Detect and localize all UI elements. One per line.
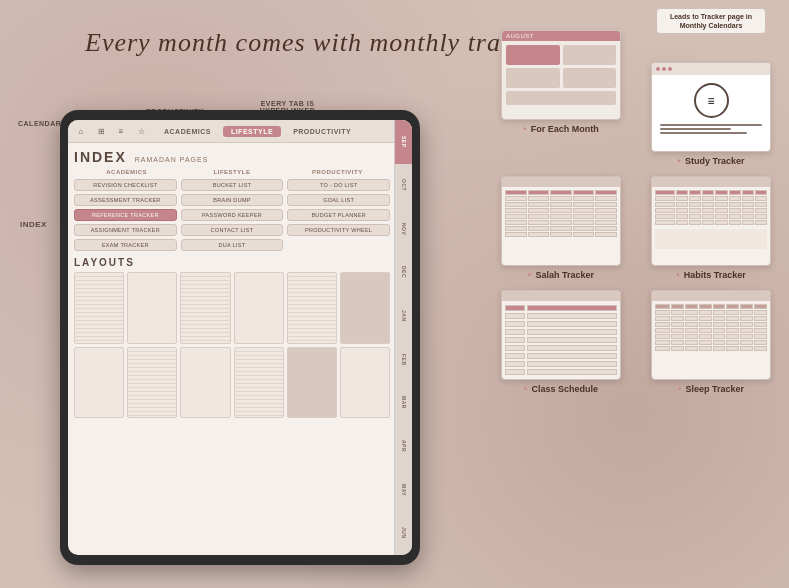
sl-cell (754, 304, 767, 309)
h-cell-hdr (715, 190, 727, 195)
sched-cell (527, 313, 617, 319)
list-item[interactable]: DUA LIST (181, 239, 284, 251)
sl-cell (671, 304, 684, 309)
tracker-cell (528, 196, 550, 201)
sched-cell (505, 353, 525, 359)
star-icon[interactable]: ☆ (134, 124, 148, 138)
large-empty-area (655, 229, 767, 249)
sl-cell (671, 334, 684, 339)
thumb-label-salah-tracker: • Salah Tracker (528, 270, 594, 280)
sl-cell (685, 316, 698, 321)
menu-icon[interactable]: ≡ (114, 124, 128, 138)
list-item[interactable]: PRODUCTIVITY WHEEL (287, 224, 390, 236)
month-tab-oct[interactable]: OCT (394, 164, 412, 208)
month-tab-jan[interactable]: JAN (394, 294, 412, 338)
list-item[interactable]: BRAIN DUMP (181, 194, 284, 206)
h-cell (715, 196, 727, 201)
h-cell (755, 220, 767, 225)
h-cell (742, 202, 754, 207)
habits-grid-container (652, 187, 770, 252)
h-cell (655, 196, 675, 201)
tracker-cell (595, 208, 617, 213)
month-tab-sep[interactable]: SEP (394, 120, 412, 164)
sl-cell (671, 310, 684, 315)
list-item[interactable]: EXAM TRACKER (74, 239, 177, 251)
tracker-cell (528, 208, 550, 213)
table-row (655, 310, 767, 315)
h-cell (689, 208, 701, 213)
tracker-cell (528, 232, 550, 237)
h-cell (702, 196, 714, 201)
sl-cell (754, 328, 767, 333)
h-cell (742, 214, 754, 219)
list-item[interactable]: BUCKET LIST (181, 179, 284, 191)
tracker-cell (550, 190, 572, 195)
sl-cell (671, 328, 684, 333)
browser-bar (652, 63, 770, 75)
sl-cell (655, 334, 670, 339)
table-row (655, 208, 767, 213)
productivity-col: TO - DO LIST GOAL LIST BUDGET PLANNER PR… (287, 179, 390, 251)
tablet-screen: ⌂ ⊞ ≡ ☆ ACADEMICS LIFESTYLE PRODUCTIVITY… (68, 120, 412, 555)
h-cell (729, 196, 741, 201)
month-tab-nov[interactable]: NOV (394, 207, 412, 251)
month-tab-dec[interactable]: DEC (394, 251, 412, 295)
list-item[interactable]: GOAL LIST (287, 194, 390, 206)
h-cell (655, 202, 675, 207)
sl-cell (740, 304, 753, 309)
thumb-card-habits-tracker: • Habits Tracker (641, 176, 781, 280)
month-tab-mar[interactable]: MAR (394, 381, 412, 425)
list-item[interactable]: PASSWORD KEEPER (181, 209, 284, 221)
sleep-tracker-preview (651, 290, 771, 380)
h-cell-hdr (655, 190, 675, 195)
table-row (505, 232, 617, 237)
thumb-card-sleep-tracker: • Sleep Tracker (641, 290, 781, 394)
list-item[interactable]: TO - DO LIST (287, 179, 390, 191)
tracker-cell (505, 196, 527, 201)
list-item[interactable]: REVISION CHECKLIST (74, 179, 177, 191)
sl-cell (726, 334, 739, 339)
table-row (655, 334, 767, 339)
h-cell (755, 214, 767, 219)
month-tab-apr[interactable]: APR (394, 425, 412, 469)
sl-cell (713, 328, 726, 333)
sched-cell (505, 369, 525, 375)
list-item[interactable]: ASSIGNMENT TRACKER (74, 224, 177, 236)
month-tab-may[interactable]: MAY (394, 468, 412, 512)
list-item[interactable]: ASSESSMENT TRACKER (74, 194, 177, 206)
tracker-cell (595, 214, 617, 219)
aug-cell (506, 45, 560, 65)
tracker-cell (505, 226, 527, 231)
layout-thumb (127, 272, 177, 344)
bullet-dot: • (524, 384, 527, 394)
tablet-topbar: ⌂ ⊞ ≡ ☆ ACADEMICS LIFESTYLE PRODUCTIVITY (68, 120, 412, 143)
table-row (505, 313, 617, 319)
tracker-header-bar (502, 177, 620, 187)
list-item[interactable]: BUDGET PLANNER (287, 209, 390, 221)
sched-cell (505, 337, 525, 343)
h-cell (702, 214, 714, 219)
sleep-grid-container (652, 301, 770, 354)
month-tab-jun[interactable]: JUN (394, 512, 412, 556)
sl-cell (671, 322, 684, 327)
h-cell (755, 208, 767, 213)
tab-lifestyle[interactable]: LIFESTYLE (223, 126, 281, 137)
sl-cell (740, 328, 753, 333)
home-icon[interactable]: ⌂ (74, 124, 88, 138)
tracker-cell (573, 202, 595, 207)
table-row (505, 220, 617, 225)
tracker-cell (550, 196, 572, 201)
browser-dot-1 (656, 67, 660, 71)
grid-icon[interactable]: ⊞ (94, 124, 108, 138)
sl-cell (726, 322, 739, 327)
tab-academics[interactable]: ACADEMICS (156, 126, 219, 137)
list-item[interactable]: CONTACT LIST (181, 224, 284, 236)
table-row (505, 329, 617, 335)
month-tab-feb[interactable]: FEB (394, 338, 412, 382)
tracker-cell (595, 196, 617, 201)
tab-productivity[interactable]: PRODUCTIVITY (285, 126, 359, 137)
sl-cell (699, 322, 712, 327)
sl-cell (655, 328, 670, 333)
list-item[interactable]: REFERENCE TRACKER (74, 209, 177, 221)
tracker-rows (502, 187, 620, 240)
